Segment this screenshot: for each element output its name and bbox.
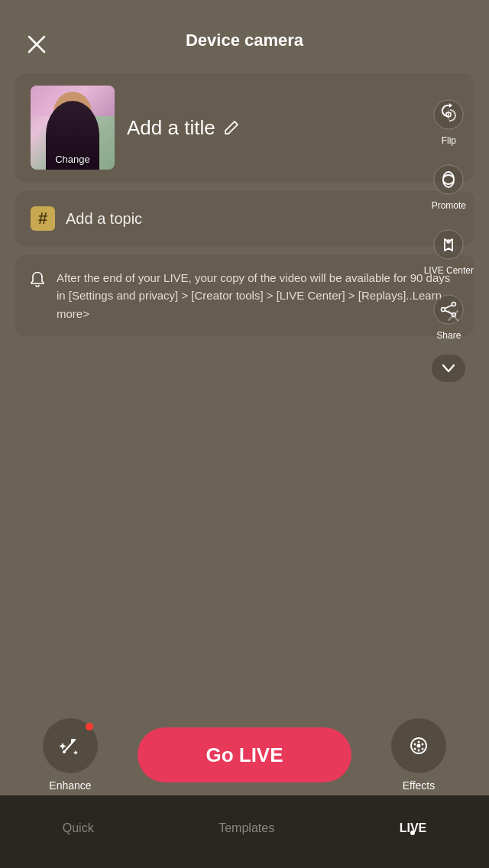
svg-point-20 [422, 748, 424, 750]
svg-point-10 [434, 295, 463, 324]
notice-text: After the end of your LIVE, your copy of… [57, 269, 460, 322]
nav-item-templates[interactable]: Templates [203, 815, 290, 841]
add-topic-text: Add a topic [66, 210, 142, 228]
add-title-row: Add a title [127, 116, 458, 140]
effects-icon-circle [391, 718, 446, 773]
nav-item-quick[interactable]: Quick [47, 815, 109, 841]
go-live-button[interactable]: Go LIVE [138, 727, 351, 782]
live-center-icon [432, 228, 465, 261]
svg-point-16 [63, 750, 66, 753]
main-content: Change Add a title # Add a topic After t… [0, 66, 489, 336]
svg-point-21 [418, 750, 420, 752]
share-icon [432, 293, 465, 326]
svg-point-24 [417, 744, 421, 748]
nav-item-live-wrap: LIVE [384, 815, 442, 841]
share-button[interactable]: Share [429, 287, 468, 347]
add-title-text: Add a title [127, 116, 215, 140]
close-button[interactable] [23, 31, 50, 58]
live-center-label: LIVE Center [424, 265, 474, 276]
right-sidebar: Flip Promote LIVE Center [421, 92, 477, 382]
thumbnail-container[interactable]: Change [31, 86, 115, 170]
title-text-area[interactable]: Add a title [127, 116, 458, 140]
edit-icon [223, 119, 240, 136]
svg-point-19 [422, 743, 424, 746]
promote-button[interactable]: Promote [429, 157, 469, 217]
enhance-label: Enhance [49, 779, 91, 792]
nav-active-indicator [410, 831, 415, 835]
bottom-toolbar: Enhance Go LIVE Effects [0, 718, 489, 792]
enhance-notification-dot [86, 723, 93, 730]
flip-label: Flip [442, 135, 456, 146]
svg-point-8 [434, 230, 463, 259]
hashtag-emoji: # [31, 206, 55, 231]
nav-item-live[interactable]: LIVE [384, 815, 442, 841]
flip-icon [432, 98, 465, 131]
flip-button[interactable]: Flip [429, 92, 468, 152]
svg-point-22 [414, 748, 416, 750]
go-live-label: Go LIVE [206, 743, 283, 767]
notice-section: After the end of your LIVE, your copy of… [15, 255, 474, 336]
header: Device camera [0, 0, 489, 66]
change-label: Change [55, 154, 90, 165]
live-center-button[interactable]: LIVE Center [421, 222, 477, 282]
svg-point-18 [418, 741, 420, 743]
promote-icon [432, 163, 465, 196]
effects-label: Effects [403, 779, 436, 792]
promote-label: Promote [432, 200, 466, 211]
enhance-icon-circle [43, 718, 98, 773]
more-button[interactable] [432, 355, 465, 382]
share-label: Share [436, 330, 461, 341]
effects-icon [405, 732, 432, 760]
header-title: Device camera [186, 31, 303, 50]
effects-button[interactable]: Effects [391, 718, 446, 792]
nav-quick-label: Quick [63, 821, 94, 835]
nav-templates-label: Templates [219, 821, 274, 835]
enhance-icon [57, 732, 84, 760]
topic-section[interactable]: # Add a topic [15, 191, 474, 246]
svg-point-23 [414, 743, 416, 746]
chevron-down-icon [441, 363, 456, 374]
bell-icon [29, 271, 46, 290]
svg-point-7 [434, 165, 463, 194]
title-section[interactable]: Change Add a title [15, 73, 474, 182]
enhance-button[interactable]: Enhance [43, 718, 98, 792]
bottom-nav: Quick Templates LIVE [0, 795, 489, 868]
